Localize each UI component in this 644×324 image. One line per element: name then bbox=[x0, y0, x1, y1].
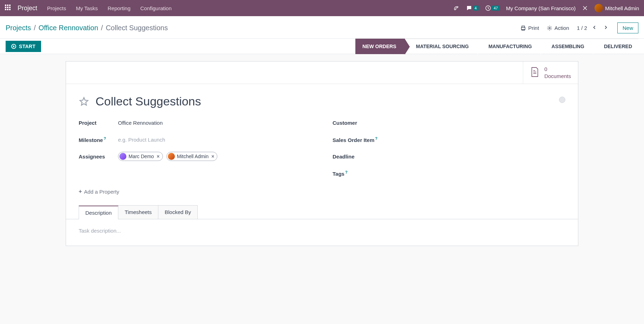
main-nav: Projects My Tasks Reporting Configuratio… bbox=[47, 5, 172, 11]
help-icon[interactable]: ? bbox=[345, 170, 348, 174]
label-deadline: Deadline bbox=[333, 154, 372, 160]
avatar-icon bbox=[168, 153, 175, 160]
help-icon[interactable]: ? bbox=[375, 136, 377, 141]
form-sheet: 0 Documents Collect Suggestions Project … bbox=[66, 61, 578, 246]
nav-reporting[interactable]: Reporting bbox=[107, 5, 130, 11]
help-icon[interactable]: ? bbox=[104, 136, 106, 141]
print-icon bbox=[520, 25, 526, 31]
kanban-state[interactable] bbox=[559, 97, 565, 103]
company-switcher[interactable]: My Company (San Francisco) bbox=[506, 5, 576, 11]
field-project[interactable]: Office Rennovation bbox=[118, 120, 163, 126]
breadcrumb-current: Collect Suggestions bbox=[106, 24, 168, 32]
remove-icon[interactable]: × bbox=[211, 154, 214, 159]
label-project: Project bbox=[79, 120, 118, 126]
play-icon bbox=[11, 44, 16, 49]
label-assignees: Assignees bbox=[79, 154, 118, 160]
pager-text[interactable]: 1 / 2 bbox=[577, 25, 587, 31]
documents-count: 0 bbox=[544, 66, 571, 73]
stage-assembling[interactable]: ASSEMBLING bbox=[540, 39, 593, 54]
print-button[interactable]: Print bbox=[520, 25, 539, 31]
avatar-icon bbox=[594, 4, 603, 12]
pager-prev[interactable] bbox=[591, 24, 598, 32]
tools-icon[interactable] bbox=[582, 5, 588, 11]
avatar-icon bbox=[119, 153, 126, 160]
action-button[interactable]: Action bbox=[547, 25, 569, 31]
chevron-left-icon bbox=[592, 25, 597, 30]
stages: NEW ORDERS MATERIAL SOURCING MANUFACTURI… bbox=[355, 39, 638, 54]
task-title[interactable]: Collect Suggestions bbox=[96, 95, 201, 108]
pager-next[interactable] bbox=[602, 24, 610, 32]
plus-icon: + bbox=[79, 188, 82, 195]
phone-icon[interactable] bbox=[453, 5, 460, 11]
priority-star[interactable] bbox=[79, 96, 89, 107]
nav-configuration[interactable]: Configuration bbox=[140, 5, 172, 11]
messages-badge: 4 bbox=[473, 6, 479, 11]
label-tags: Tags? bbox=[333, 170, 372, 177]
breadcrumb-project[interactable]: Office Rennovation bbox=[39, 24, 98, 32]
assignee-chip[interactable]: Marc Demo × bbox=[118, 152, 163, 161]
stage-bar: START NEW ORDERS MATERIAL SOURCING MANUF… bbox=[0, 39, 644, 54]
user-menu[interactable]: Mitchell Admin bbox=[594, 4, 639, 12]
stage-delivered[interactable]: DELIVERED bbox=[593, 39, 638, 54]
stage-material-sourcing[interactable]: MATERIAL SOURCING bbox=[405, 39, 477, 54]
chevron-right-icon bbox=[603, 25, 608, 30]
documents-label: Documents bbox=[544, 73, 571, 80]
document-icon bbox=[530, 67, 539, 78]
messages-icon[interactable]: 4 bbox=[466, 5, 479, 11]
documents-button[interactable]: 0 Documents bbox=[523, 61, 578, 84]
label-customer: Customer bbox=[333, 120, 372, 126]
start-button[interactable]: START bbox=[6, 41, 41, 52]
activities-badge: 47 bbox=[492, 6, 500, 11]
assignee-chip[interactable]: Mitchell Admin × bbox=[166, 152, 217, 161]
brand: Project bbox=[18, 5, 37, 12]
activities-icon[interactable]: 47 bbox=[485, 5, 500, 11]
nav-my-tasks[interactable]: My Tasks bbox=[76, 5, 98, 11]
breadcrumb-root[interactable]: Projects bbox=[6, 24, 31, 32]
label-sales-order-item: Sales Order Item? bbox=[333, 136, 389, 143]
field-assignees[interactable]: Marc Demo × Mitchell Admin × bbox=[118, 152, 219, 161]
breadcrumb: Projects / Office Rennovation / Collect … bbox=[6, 24, 168, 32]
tab-blocked-by[interactable]: Blocked By bbox=[158, 205, 198, 219]
description-editor[interactable]: Task description... bbox=[79, 219, 565, 242]
user-name: Mitchell Admin bbox=[605, 5, 639, 11]
tab-description[interactable]: Description bbox=[79, 206, 118, 219]
new-button[interactable]: New bbox=[617, 22, 638, 33]
label-milestone: Milestone? bbox=[79, 136, 118, 143]
stage-manufacturing[interactable]: MANUFACTURING bbox=[477, 39, 540, 54]
nav-projects[interactable]: Projects bbox=[47, 5, 66, 11]
tab-timesheets[interactable]: Timesheets bbox=[118, 205, 158, 219]
gear-icon bbox=[547, 25, 552, 31]
add-property-button[interactable]: + Add a Property bbox=[79, 188, 119, 195]
apps-icon[interactable] bbox=[5, 5, 12, 12]
tabs: Description Timesheets Blocked By bbox=[66, 205, 578, 219]
stage-new-orders[interactable]: NEW ORDERS bbox=[355, 39, 405, 54]
control-bar: Projects / Office Rennovation / Collect … bbox=[0, 16, 644, 39]
field-milestone[interactable]: e.g. Product Launch bbox=[118, 137, 165, 143]
remove-icon[interactable]: × bbox=[157, 154, 159, 159]
topbar: Project Projects My Tasks Reporting Conf… bbox=[0, 0, 644, 16]
pager: 1 / 2 bbox=[577, 24, 610, 32]
svg-point-1 bbox=[549, 27, 550, 29]
